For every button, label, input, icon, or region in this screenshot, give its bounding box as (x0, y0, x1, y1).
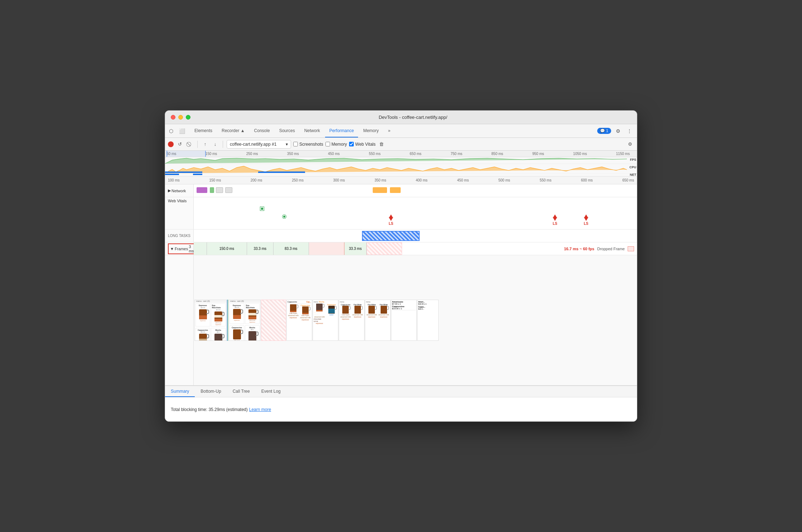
frame-seg-4[interactable]: 83.3 ms (274, 242, 309, 255)
frame-seg-1[interactable] (194, 242, 207, 255)
frames-label[interactable]: ▼ Frames 3 ms (165, 242, 194, 255)
load-profile-button[interactable]: ↑ (201, 140, 209, 148)
tab-memory[interactable]: Memory (359, 124, 383, 137)
ruler-mark-350ms: 350 ms (287, 152, 299, 156)
screenshot-thumb-6[interactable]: menu Flat White steamed milk espresso (365, 300, 391, 341)
ruler-mark-750ms: 750 ms (450, 152, 462, 156)
net-request-2[interactable] (210, 187, 214, 193)
screenshot-thumb-3[interactable]: CappuccinoCap... milk foam steamed mi (286, 300, 312, 341)
screenshots-checkbox[interactable] (293, 142, 298, 146)
main-ruler-650ms: 650 ms (622, 178, 634, 182)
tab-elements[interactable]: Elements (190, 124, 217, 137)
frame-dropped-1[interactable] (309, 242, 344, 255)
net-request-6[interactable] (390, 187, 401, 193)
main-ruler-600ms: 600 ms (581, 178, 593, 182)
screenshots-label-area (165, 255, 194, 385)
record-button[interactable] (168, 141, 174, 147)
screenshots-content: menucart (0) Espresso $10.00 espresso (194, 255, 637, 385)
network-expand-icon: ▶ (168, 188, 171, 193)
frames-label-text: Frames (175, 247, 188, 251)
tab-console[interactable]: Console (250, 124, 274, 137)
more-screenshots: CappuccinoCap... milk foam steamed mi (286, 300, 636, 341)
more-options-icon[interactable]: ⋮ (625, 126, 634, 136)
tab-sources[interactable]: Sources (275, 124, 299, 137)
device-mode-icon[interactable]: ⬜ (177, 126, 187, 136)
webvitals-checkbox-group[interactable]: Web Vitals (349, 142, 376, 147)
net-request-5[interactable] (373, 187, 387, 193)
maximize-button[interactable] (186, 115, 190, 120)
tab-bottom-up[interactable]: Bottom-Up (195, 386, 227, 397)
frame-dropped-2[interactable] (367, 242, 402, 255)
net-request-4[interactable] (225, 187, 232, 193)
tab-recorder[interactable]: Recorder ▲ (217, 124, 249, 137)
tab-bar-right: 💬 1 ⚙ ⋮ (597, 124, 636, 137)
screenshot-thumb-8[interactable]: Ameri... $19.00 x 1 Cappu... $19.0... (417, 300, 439, 341)
main-ruler-350ms: 350 ms (375, 178, 386, 182)
webvitals-checkbox[interactable] (349, 142, 354, 146)
ls-marker-2: LS (553, 214, 557, 226)
toolbar: ↺ ⃠ ↑ ↓ coffee-cart.netlify.app #1 ▾ Scr… (165, 138, 637, 151)
screenshot-thumb-2[interactable]: menucart (0) Espresso $10.00 espresso (228, 300, 261, 341)
window-title: DevTools - coffee-cart.netlify.app/ (195, 115, 631, 120)
ruler-mark-950ms: 950 ms (532, 152, 544, 156)
url-selector[interactable]: coffee-cart.netlify.app #1 ▾ (227, 140, 291, 149)
main-ruler-300ms: 300 ms (333, 178, 345, 182)
frame-seg-2[interactable]: 150.0 ms (207, 242, 247, 255)
cpu-label: CPU (629, 165, 636, 169)
screenshot-thumb-4[interactable]: menuMocha whipped cream steamed milk (313, 300, 338, 341)
total-blocking-time: Total blocking time: 35.29ms (estimated) (171, 407, 248, 412)
wv-dot-2 (282, 215, 286, 218)
minimize-button[interactable] (178, 115, 183, 120)
delete-recording-button[interactable]: 🗑 (378, 140, 386, 148)
network-track-label[interactable]: ▶ Network (165, 184, 194, 197)
memory-checkbox[interactable] (325, 142, 330, 146)
frame-seg-5[interactable]: 33.3 ms (344, 242, 367, 255)
tab-bar: ⬡ ⬜ Elements Recorder ▲ Console Sources … (165, 124, 637, 138)
frames-track-content[interactable]: 150.0 ms 33.3 ms 83.3 ms 33.3 ms 16.7 ms… (194, 242, 637, 255)
tab-summary[interactable]: Summary (165, 386, 195, 397)
tab-bar-left-icons: ⬡ ⬜ (166, 124, 189, 137)
devtools-window: DevTools - coffee-cart.netlify.app/ ⬡ ⬜ … (165, 110, 637, 422)
tab-network[interactable]: Network (300, 124, 324, 137)
settings-icon[interactable]: ⚙ (613, 126, 623, 136)
net-request-1[interactable] (197, 187, 207, 193)
divider-1 (197, 141, 198, 148)
close-button[interactable] (171, 115, 175, 120)
inspect-icon[interactable]: ⬡ (166, 126, 176, 136)
tab-more[interactable]: » (384, 124, 395, 137)
ruler-mark-850ms: 850 ms (492, 152, 503, 156)
frame-seg-3[interactable]: 33.3 ms (247, 242, 274, 255)
frames-collapse-icon: ▼ (170, 247, 174, 251)
tab-call-tree[interactable]: Call Tree (227, 386, 256, 397)
webvitals-content: LS LS LS (194, 197, 637, 229)
learn-more-link[interactable]: Learn more (249, 407, 271, 412)
screenshots-checkbox-group[interactable]: Screenshots (293, 142, 323, 147)
net-row: NET (165, 174, 637, 176)
screenshot-thumb-1[interactable]: menucart (0) Espresso $10.00 espresso (194, 300, 227, 341)
tab-event-log[interactable]: Event Log (256, 386, 286, 397)
memory-checkbox-group[interactable]: Memory (325, 142, 347, 147)
overview-timeline[interactable]: 50 ms 150 ms 250 ms 350 ms 450 ms 550 ms… (165, 151, 637, 176)
capture-settings-button[interactable]: ⚙ (626, 140, 634, 148)
screenshot-thumb-5[interactable]: menu Cappuccino milk foam steamed milk (339, 300, 364, 341)
selection-region[interactable] (166, 151, 206, 157)
main-content: 50 ms 150 ms 250 ms 350 ms 450 ms 550 ms… (165, 151, 637, 421)
wv-dot-1 (260, 207, 264, 211)
tracks-area: ▶ Network Web Vitals (165, 184, 637, 386)
reload-record-button[interactable]: ↺ (176, 140, 184, 148)
tab-performance[interactable]: Performance (325, 124, 358, 137)
network-track: ▶ Network (165, 184, 637, 197)
title-bar: DevTools - coffee-cart.netlify.app/ (165, 111, 637, 124)
net-request-3[interactable] (216, 187, 223, 193)
screenshot-thumb-7[interactable]: Americano $7.00 x 1 Cappuccino $19.00 x … (391, 300, 417, 341)
long-task-bar[interactable] (362, 231, 420, 241)
timeline-cursor-1 (227, 300, 227, 341)
chat-badge[interactable]: 💬 1 (597, 128, 611, 134)
frames-selected-ms: 3 ms (189, 245, 194, 253)
save-profile-button[interactable]: ↓ (211, 140, 219, 148)
clear-button[interactable]: ⃠ (186, 140, 194, 148)
bottom-panel: Summary Bottom-Up Call Tree Event Log To… (165, 386, 637, 421)
ls-marker-3: LS (584, 214, 588, 226)
toolbar-right: ⚙ (626, 140, 634, 148)
frames-track: ▼ Frames 3 ms 150.0 ms 33.3 ms 83.3 ms 3… (165, 242, 637, 255)
